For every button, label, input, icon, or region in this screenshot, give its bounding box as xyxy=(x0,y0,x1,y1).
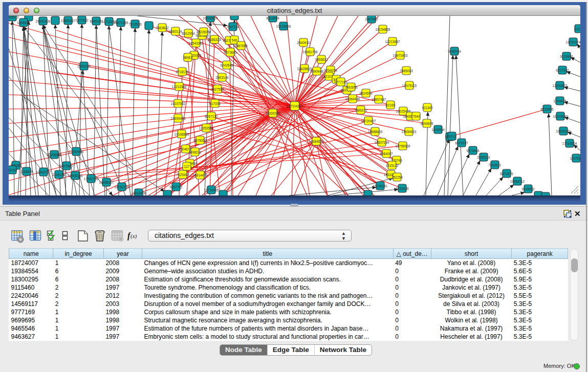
svg-text:11127: 11127 xyxy=(574,27,580,31)
svg-text:18807249: 18807249 xyxy=(375,141,389,144)
svg-text:10853267: 10853267 xyxy=(61,19,76,23)
svg-text:8471676: 8471676 xyxy=(500,172,513,176)
svg-text:9660124: 9660124 xyxy=(169,30,182,33)
svg-text:19756928: 19756928 xyxy=(396,144,410,148)
svg-text:8678352: 8678352 xyxy=(193,139,207,142)
svg-text:16543382: 16543382 xyxy=(189,41,204,45)
svg-text:19654923: 19654923 xyxy=(402,130,417,134)
svg-text:2718176: 2718176 xyxy=(176,70,189,74)
svg-text:19654985: 19654985 xyxy=(171,117,186,120)
svg-text:10807487: 10807487 xyxy=(372,98,386,101)
svg-text:7625402: 7625402 xyxy=(176,173,189,177)
svg-text:1167533: 1167533 xyxy=(570,157,580,160)
svg-text:9794028: 9794028 xyxy=(324,69,337,72)
svg-text:9777169: 9777169 xyxy=(334,80,347,84)
svg-text:2867608: 2867608 xyxy=(234,44,248,48)
svg-text:8215955: 8215955 xyxy=(540,107,554,111)
svg-text:3624554: 3624554 xyxy=(359,92,373,95)
svg-text:16107552: 16107552 xyxy=(171,102,186,105)
svg-text:7462656: 7462656 xyxy=(344,85,358,89)
svg-text:8186328: 8186328 xyxy=(208,38,221,41)
svg-text:10688609: 10688609 xyxy=(368,130,383,134)
svg-text:16671355: 16671355 xyxy=(114,21,128,25)
svg-text:2087682: 2087682 xyxy=(365,17,378,21)
svg-text:1905572: 1905572 xyxy=(9,16,19,19)
svg-text:17957255: 17957255 xyxy=(84,177,99,181)
svg-text:1156829: 1156829 xyxy=(20,170,33,173)
svg-text:20691406: 20691406 xyxy=(36,19,51,23)
svg-text:417006: 417006 xyxy=(209,102,221,105)
svg-text:2803144: 2803144 xyxy=(215,76,229,79)
svg-text:3498222: 3498222 xyxy=(188,150,202,154)
svg-text:7557224: 7557224 xyxy=(226,25,239,29)
svg-text:8813054: 8813054 xyxy=(266,16,279,20)
svg-text:15720407: 15720407 xyxy=(361,119,376,123)
svg-text:19218506: 19218506 xyxy=(276,25,291,28)
svg-text:17016504: 17016504 xyxy=(562,142,577,145)
svg-text:19166825: 19166825 xyxy=(175,133,189,136)
svg-text:16782759: 16782759 xyxy=(115,185,129,189)
svg-text:127: 127 xyxy=(184,165,190,168)
svg-text:7485063: 7485063 xyxy=(400,69,413,73)
svg-text:12942737: 12942737 xyxy=(36,170,51,174)
svg-text:10958107: 10958107 xyxy=(99,181,114,184)
svg-text:1244415: 1244415 xyxy=(553,99,567,103)
svg-text:9699695: 9699695 xyxy=(420,122,433,125)
svg-text:16914479: 16914479 xyxy=(193,173,208,177)
svg-text:18724007: 18724007 xyxy=(286,104,303,108)
svg-text:12213389: 12213389 xyxy=(172,85,187,89)
svg-text:9227342: 9227342 xyxy=(556,69,569,72)
svg-text:8267130: 8267130 xyxy=(205,115,218,118)
svg-text:12353594: 12353594 xyxy=(199,126,214,130)
svg-text:16033809: 16033809 xyxy=(203,16,218,20)
svg-text:1733426: 1733426 xyxy=(396,187,409,190)
svg-text:19384554: 19384554 xyxy=(309,140,324,143)
svg-text:1640954: 1640954 xyxy=(431,128,445,132)
svg-text:9474444: 9474444 xyxy=(466,149,480,152)
svg-text:20206506: 20206506 xyxy=(47,153,62,157)
svg-text:7955812: 7955812 xyxy=(315,58,328,61)
svg-text:12975115: 12975115 xyxy=(402,84,417,87)
svg-text:98961: 98961 xyxy=(183,56,192,59)
svg-text:9242848: 9242848 xyxy=(220,63,233,67)
svg-text:10654112: 10654112 xyxy=(510,180,525,183)
svg-text:6679197: 6679197 xyxy=(455,141,468,145)
svg-text:19751074: 19751074 xyxy=(566,40,580,44)
svg-text:9213: 9213 xyxy=(448,135,456,138)
svg-text:90975867: 90975867 xyxy=(59,164,74,168)
svg-text:16154808: 16154808 xyxy=(376,28,390,31)
svg-text:9373685: 9373685 xyxy=(224,51,237,54)
svg-text:2540910: 2540910 xyxy=(297,41,310,45)
svg-text:7632621: 7632621 xyxy=(488,163,502,167)
svg-text:1615132: 1615132 xyxy=(385,164,399,167)
svg-text:252254: 252254 xyxy=(391,176,403,179)
svg-text:7663822: 7663822 xyxy=(156,26,169,30)
svg-text:12505135: 12505135 xyxy=(68,174,83,178)
svg-text:7515526: 7515526 xyxy=(128,23,142,26)
svg-text:20364436: 20364436 xyxy=(345,97,360,101)
svg-text:12213987: 12213987 xyxy=(385,40,400,43)
svg-text:17359934: 17359934 xyxy=(69,150,84,154)
svg-text:11923408: 11923408 xyxy=(132,191,146,195)
svg-text:7386372: 7386372 xyxy=(354,108,367,112)
svg-text:1145194: 1145194 xyxy=(53,173,66,177)
svg-text:2905334: 2905334 xyxy=(77,64,91,68)
svg-text:9129966: 9129966 xyxy=(560,55,573,58)
svg-text:8427552: 8427552 xyxy=(211,87,224,91)
svg-text:9084067: 9084067 xyxy=(380,152,393,156)
svg-text:1527602: 1527602 xyxy=(75,18,89,22)
svg-text:16961758: 16961758 xyxy=(303,50,318,54)
svg-text:6466160: 6466160 xyxy=(90,19,103,23)
svg-text:7544: 7544 xyxy=(412,115,420,118)
svg-text:18300295: 18300295 xyxy=(266,112,280,115)
svg-text:9657791: 9657791 xyxy=(169,185,183,189)
svg-text:23226058: 23226058 xyxy=(197,30,211,34)
svg-text:19692971: 19692971 xyxy=(556,129,571,133)
svg-text:12093873: 12093873 xyxy=(553,84,568,87)
svg-text:16210643: 16210643 xyxy=(553,115,568,118)
svg-text:10973403: 10973403 xyxy=(393,54,408,57)
svg-text:8912954: 8912954 xyxy=(182,32,195,35)
svg-text:15716485: 15716485 xyxy=(204,188,219,192)
svg-text:62160: 62160 xyxy=(386,103,395,107)
svg-text:2935114: 2935114 xyxy=(477,156,490,159)
